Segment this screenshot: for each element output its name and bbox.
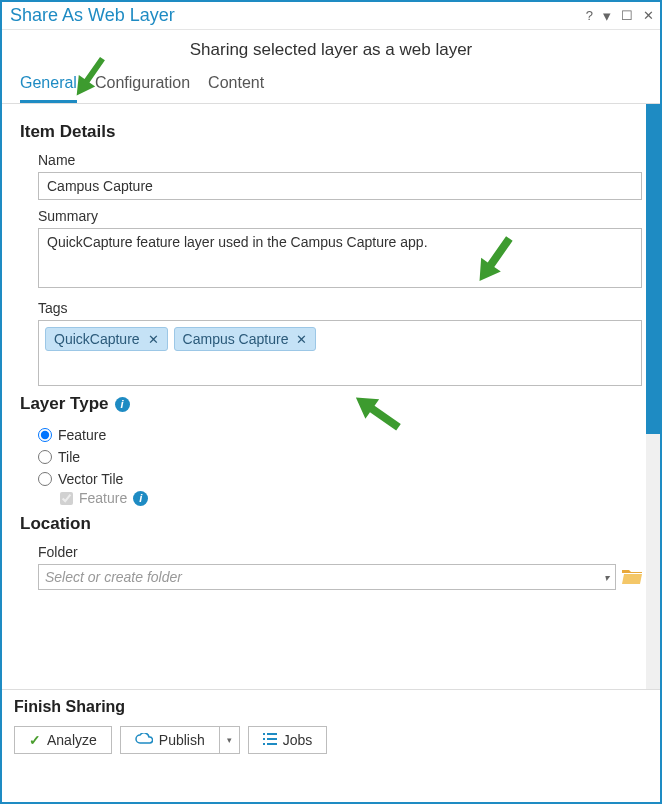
analyze-label: Analyze	[47, 732, 97, 748]
svg-rect-3	[267, 738, 277, 740]
radio-tile-input[interactable]	[38, 450, 52, 464]
tag-label: Campus Capture	[183, 331, 289, 347]
svg-rect-1	[267, 733, 277, 735]
location-heading: Location	[20, 514, 642, 534]
scrollbar-thumb[interactable]	[646, 104, 660, 434]
svg-rect-0	[263, 733, 265, 735]
maximize-icon[interactable]: ☐	[621, 8, 633, 23]
name-input[interactable]	[38, 172, 642, 200]
info-icon[interactable]: i	[133, 491, 148, 506]
page-subtitle: Sharing selected layer as a web layer	[2, 30, 660, 68]
cloud-icon	[135, 732, 153, 748]
tag-chip: Campus Capture ✕	[174, 327, 317, 351]
radio-feature[interactable]: Feature	[38, 424, 642, 446]
radio-vector-tile-input[interactable]	[38, 472, 52, 486]
jobs-label: Jobs	[283, 732, 313, 748]
item-details-heading: Item Details	[20, 122, 642, 142]
content-scroll-area: Item Details Name Summary QuickCapture f…	[2, 104, 660, 689]
autohide-icon[interactable]: ▾	[603, 7, 611, 25]
radio-tile[interactable]: Tile	[38, 446, 642, 468]
radio-vector-tile[interactable]: Vector Tile	[38, 468, 642, 490]
tag-chip: QuickCapture ✕	[45, 327, 168, 351]
vector-tile-feature-check-row: Feature i	[38, 490, 642, 506]
summary-input[interactable]: QuickCapture feature layer used in the C…	[38, 228, 642, 288]
svg-rect-5	[267, 743, 277, 745]
footer: Finish Sharing ✓ Analyze Publish ▾ Jobs	[2, 689, 660, 768]
folder-select[interactable]: Select or create folder ▾	[38, 564, 616, 590]
publish-split-button: Publish ▾	[120, 726, 240, 754]
folder-label: Folder	[38, 544, 642, 560]
layer-type-heading: Layer Type	[20, 394, 109, 414]
radio-feature-label: Feature	[58, 427, 106, 443]
check-icon: ✓	[29, 732, 41, 748]
publish-caret-button[interactable]: ▾	[219, 726, 240, 754]
vt-feature-checkbox	[60, 492, 73, 505]
svg-rect-2	[263, 738, 265, 740]
folder-placeholder: Select or create folder	[45, 569, 182, 585]
tag-remove-icon[interactable]: ✕	[296, 332, 307, 347]
layer-type-heading-row: Layer Type i	[20, 394, 642, 414]
finish-sharing-heading: Finish Sharing	[14, 698, 648, 716]
folder-icon[interactable]	[622, 566, 642, 589]
summary-label: Summary	[38, 208, 642, 224]
vt-feature-label: Feature	[79, 490, 127, 506]
tab-bar: General Configuration Content	[2, 68, 660, 104]
titlebar-controls: ? ▾ ☐ ✕	[586, 7, 654, 25]
analyze-button[interactable]: ✓ Analyze	[14, 726, 112, 754]
tab-general[interactable]: General	[20, 68, 77, 103]
help-icon[interactable]: ?	[586, 8, 593, 23]
info-icon[interactable]: i	[115, 397, 130, 412]
publish-label: Publish	[159, 732, 205, 748]
tab-configuration[interactable]: Configuration	[95, 68, 190, 103]
publish-button[interactable]: Publish	[120, 726, 219, 754]
radio-feature-input[interactable]	[38, 428, 52, 442]
titlebar: Share As Web Layer ? ▾ ☐ ✕	[2, 2, 660, 30]
radio-tile-label: Tile	[58, 449, 80, 465]
tab-content[interactable]: Content	[208, 68, 264, 103]
tag-label: QuickCapture	[54, 331, 140, 347]
tag-remove-icon[interactable]: ✕	[148, 332, 159, 347]
svg-rect-4	[263, 743, 265, 745]
window-title: Share As Web Layer	[10, 5, 175, 26]
name-label: Name	[38, 152, 642, 168]
jobs-button[interactable]: Jobs	[248, 726, 328, 754]
tags-input[interactable]: QuickCapture ✕ Campus Capture ✕	[38, 320, 642, 386]
list-icon	[263, 733, 277, 748]
close-icon[interactable]: ✕	[643, 8, 654, 23]
chevron-down-icon: ▾	[604, 572, 609, 583]
radio-vector-tile-label: Vector Tile	[58, 471, 123, 487]
tags-label: Tags	[38, 300, 642, 316]
